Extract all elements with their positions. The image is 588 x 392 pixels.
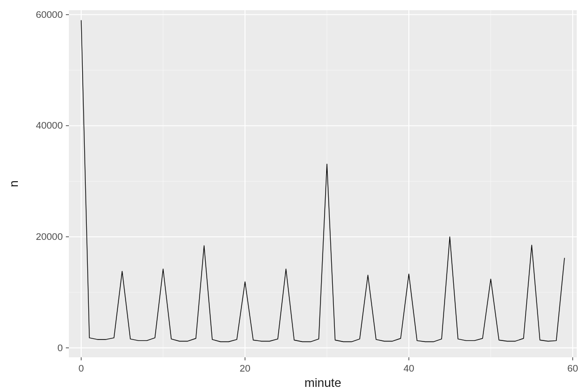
x-tick-label: 40 bbox=[403, 363, 414, 374]
y-axis-title: n bbox=[7, 180, 20, 187]
y-tick-label: 20000 bbox=[36, 231, 63, 242]
line-chart: 0204060 0200004000060000 minute n bbox=[0, 0, 588, 392]
plot-panel bbox=[69, 10, 577, 357]
x-axis-title: minute bbox=[304, 376, 341, 389]
x-tick-label: 60 bbox=[567, 363, 578, 374]
x-tick-label: 20 bbox=[239, 363, 250, 374]
x-axis-ticks bbox=[81, 357, 573, 360]
x-tick-label: 0 bbox=[79, 363, 84, 374]
y-tick-label: 40000 bbox=[36, 120, 63, 131]
y-tick-label: 60000 bbox=[36, 9, 63, 20]
chart-container: 0204060 0200004000060000 minute n bbox=[0, 0, 588, 392]
y-tick-label: 0 bbox=[57, 342, 63, 353]
x-axis-tick-labels: 0204060 bbox=[79, 363, 578, 374]
y-axis-tick-labels: 0200004000060000 bbox=[36, 9, 63, 353]
y-axis-ticks bbox=[66, 15, 69, 348]
